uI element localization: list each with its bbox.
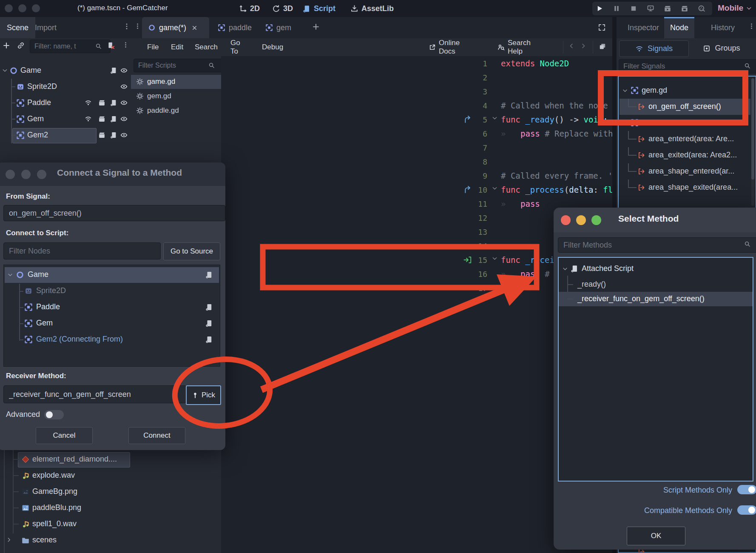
history-back-button[interactable]	[568, 43, 576, 52]
cancel-button[interactable]: Cancel	[36, 427, 93, 444]
file-item-element-red-diamond-[interactable]: element_red_diamond....	[0, 451, 131, 467]
compatible-methods-only-toggle[interactable]	[737, 505, 756, 515]
menu-go-to[interactable]: Go To	[230, 38, 240, 56]
scene-tree-item-game[interactable]: Game	[0, 63, 131, 79]
pause-button[interactable]	[613, 5, 620, 12]
expand-editor-icon[interactable]	[598, 23, 606, 32]
go-to-source-button[interactable]: Go to Source	[163, 242, 220, 260]
history-forward-button[interactable]	[580, 43, 588, 52]
file-item-scenes[interactable]: scenes	[0, 532, 131, 548]
clapper-icon[interactable]	[98, 131, 105, 139]
chevron-down-icon[interactable]	[562, 266, 568, 272]
receiver-method-field[interactable]	[3, 385, 186, 403]
filter-nodes-input[interactable]	[3, 242, 161, 259]
signal-item-area-exited-area-area2-[interactable]: area_exited(area: Area2...	[619, 147, 756, 163]
detach-script-icon[interactable]	[107, 42, 115, 53]
chevron-down-icon[interactable]	[622, 88, 628, 94]
file-item-paddleblu-png[interactable]: paddleBlu.png	[0, 500, 131, 516]
close-icon[interactable]	[191, 25, 198, 31]
scene-toolbar-menu-icon[interactable]	[122, 42, 129, 53]
script-icon[interactable]	[205, 319, 213, 327]
script-item-paddle-gd[interactable]: paddle.gd	[131, 104, 221, 118]
dialog-close-button[interactable]	[6, 170, 15, 179]
script-icon[interactable]	[205, 271, 213, 279]
dock-menu-icon[interactable]	[748, 23, 755, 29]
connect-button[interactable]: Connect	[128, 427, 185, 444]
scrollbar-thumb[interactable]	[751, 78, 754, 180]
search-help-button[interactable]: Search Help	[497, 38, 531, 56]
script-item-game-gd[interactable]: game.gd	[131, 75, 221, 89]
scene-tree-item-paddle[interactable]: Paddle	[0, 95, 131, 111]
workspace-tab-3d[interactable]: 3D	[272, 3, 293, 14]
dock-tab-node[interactable]: Node	[664, 17, 694, 38]
dialog-minimize-button[interactable]	[21, 170, 31, 179]
dock-tab-import[interactable]: Import	[28, 17, 63, 38]
script-icon[interactable]	[110, 99, 117, 106]
new-tab-button[interactable]	[312, 23, 320, 31]
connect-tree-item-paddle[interactable]: Paddle	[4, 299, 220, 315]
reel-button[interactable]	[698, 5, 705, 12]
scene-tree-item-sprite2d[interactable]: Sprite2D	[0, 79, 131, 95]
scripts-panel-toggle-icon[interactable]	[599, 43, 607, 52]
menu-file[interactable]: File	[147, 38, 159, 56]
method-item--receiver-func-on-gem-off-screen-[interactable]: _receiver_func_on_gem_off_screen()	[559, 292, 753, 306]
eye-icon[interactable]	[120, 115, 128, 123]
scene-tab-gem[interactable]: gem	[259, 17, 304, 38]
clapper-icon[interactable]	[98, 115, 105, 123]
scene-tree-item-gem[interactable]: Gem	[0, 111, 131, 127]
dialog-minimize-button[interactable]	[576, 215, 586, 225]
method-filter-input[interactable]	[558, 237, 756, 253]
signal-group-area2d[interactable]: Area2D	[619, 115, 756, 131]
dialog-zoom-button[interactable]	[591, 215, 601, 225]
signal-item-area-entered-area-are-[interactable]: area_entered(area: Are...	[619, 131, 756, 147]
advanced-toggle[interactable]	[44, 410, 64, 419]
method-tree-root[interactable]: Attached Script	[559, 262, 753, 276]
connect-tree-item-sprite2d[interactable]: Sprite2D	[4, 283, 220, 299]
signal-item-on-gem-off-screen-[interactable]: on_gem_off_screen()	[619, 99, 756, 115]
file-item-spell1-0-wav[interactable]: spell1_0.wav	[0, 516, 131, 532]
script-methods-only-toggle[interactable]	[737, 485, 756, 494]
chevron-down-icon[interactable]	[2, 67, 8, 74]
scene-tab-paddle[interactable]: paddle	[212, 17, 257, 38]
add-node-button[interactable]	[3, 42, 10, 53]
signal-group-gem-gd[interactable]: gem.gd	[619, 83, 756, 99]
window-close-button[interactable]	[5, 4, 13, 12]
online-docs-button[interactable]: Online Docs	[429, 38, 460, 56]
pick-button[interactable]: Pick	[186, 385, 221, 405]
fold-chevron-icon[interactable]	[492, 255, 498, 262]
workspace-tab-script[interactable]: Script	[303, 3, 335, 14]
window-zoom-button[interactable]	[32, 4, 40, 12]
fold-chevron-icon[interactable]	[492, 115, 498, 121]
chevron-right-icon[interactable]	[6, 537, 12, 543]
groups-tab-button[interactable]: Groups	[690, 40, 753, 56]
menu-search[interactable]: Search	[195, 38, 218, 56]
ok-button[interactable]: OK	[627, 527, 685, 545]
instance-scene-button[interactable]	[17, 42, 25, 53]
signals-tab-button[interactable]: Signals	[619, 40, 689, 57]
fold-chevron-icon[interactable]	[492, 185, 498, 191]
menu-edit[interactable]: Edit	[171, 38, 183, 56]
script-item-gem-gd[interactable]: gem.gd	[131, 89, 221, 103]
signal-filter-input[interactable]	[619, 59, 756, 74]
eye-icon[interactable]	[120, 67, 128, 74]
script-icon[interactable]	[110, 67, 117, 74]
signal-icon[interactable]	[85, 99, 92, 106]
moviefolder-button[interactable]	[681, 5, 688, 12]
signal-icon[interactable]	[85, 115, 92, 123]
renderer-selector[interactable]: Mobile	[718, 3, 752, 13]
workspace-tab-assetlib[interactable]: AssetLib	[350, 3, 394, 14]
chevron-down-icon[interactable]	[622, 120, 628, 126]
script-icon[interactable]	[110, 131, 117, 139]
play-button[interactable]	[596, 5, 603, 12]
eye-icon[interactable]	[120, 83, 128, 90]
dialog-zoom-button[interactable]	[37, 170, 46, 179]
chevron-down-icon[interactable]	[7, 272, 13, 278]
eye-icon[interactable]	[120, 131, 128, 139]
scene-dock-menu-icon[interactable]	[123, 23, 131, 32]
dialog-close-button[interactable]	[561, 215, 571, 225]
method-item--ready-[interactable]: _ready()	[559, 277, 753, 292]
file-item-gamebg-png[interactable]: GameBg.png	[0, 484, 131, 500]
script-icon[interactable]	[205, 303, 213, 311]
dock-tab-inspector[interactable]: Inspector	[622, 17, 665, 38]
signal-item-area-shape-exited-area-[interactable]: area_shape_exited(area...	[619, 180, 756, 196]
